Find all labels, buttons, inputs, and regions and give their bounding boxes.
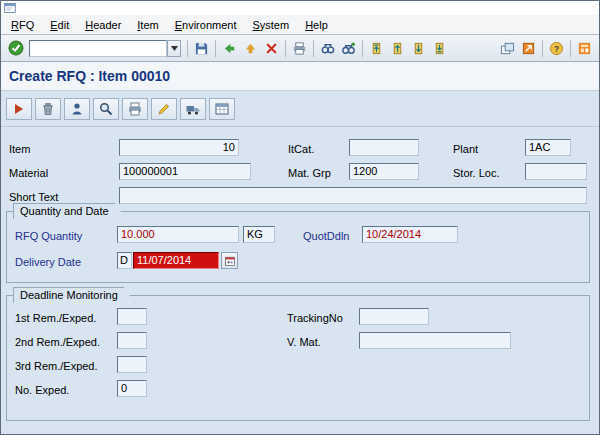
material-label: Material bbox=[9, 165, 48, 182]
enter-button[interactable] bbox=[5, 38, 26, 58]
itcat-label: ItCat. bbox=[288, 141, 314, 158]
magnifier-icon bbox=[98, 101, 114, 117]
command-dropdown-button[interactable] bbox=[167, 40, 181, 57]
print-button[interactable] bbox=[289, 38, 310, 58]
delivery-date-field[interactable]: 11/07/2014 bbox=[133, 252, 219, 269]
table-icon bbox=[214, 101, 230, 117]
mat-grp-label: Mat. Grp bbox=[288, 165, 331, 182]
window-titlebar bbox=[1, 1, 599, 15]
quantity-and-date-group: Quantity and Date RFQ Quantity 10.000 KG… bbox=[6, 211, 590, 283]
menu-item-system[interactable]: System bbox=[244, 17, 297, 33]
toolbar-right-group: ? bbox=[497, 38, 595, 58]
material-field[interactable]: 100000001 bbox=[119, 163, 251, 180]
delete-button[interactable] bbox=[35, 98, 61, 120]
v-mat-field[interactable] bbox=[359, 332, 511, 349]
item-detail-form: Item 10 ItCat. Plant 1AC Material 100000… bbox=[1, 127, 599, 434]
find-button[interactable] bbox=[317, 38, 338, 58]
item-details-button[interactable] bbox=[93, 98, 119, 120]
create-shortcut-button[interactable] bbox=[518, 38, 539, 58]
pencil-icon bbox=[156, 101, 172, 117]
delivery-period-field[interactable]: D bbox=[117, 252, 132, 269]
delivery-schedule-button[interactable] bbox=[180, 98, 206, 120]
tracking-no-label: TrackingNo bbox=[287, 310, 343, 327]
deadline-monitoring-group-title: Deadline Monitoring bbox=[13, 287, 135, 303]
menu-item-edit[interactable]: Edit bbox=[42, 17, 77, 33]
rem1-field[interactable] bbox=[117, 308, 147, 325]
menu-bar: RFQ Edit Header Item Environment System … bbox=[1, 15, 599, 35]
edit-button[interactable] bbox=[151, 98, 177, 120]
sap-window: RFQ Edit Header Item Environment System … bbox=[0, 0, 600, 435]
rfq-quantity-field[interactable]: 10.000 bbox=[117, 226, 239, 243]
rem3-field[interactable] bbox=[117, 356, 147, 373]
person-icon bbox=[69, 101, 85, 117]
rem2-field[interactable] bbox=[117, 332, 147, 349]
page-up-button[interactable] bbox=[387, 38, 408, 58]
menu-item-header[interactable]: Header bbox=[77, 17, 129, 33]
quot-deadline-field[interactable]: 10/24/2014 bbox=[362, 226, 458, 243]
delivery-date-picker-button[interactable] bbox=[221, 252, 238, 269]
page-title: Create RFQ : Item 00010 bbox=[9, 68, 170, 84]
customize-layout-button[interactable] bbox=[574, 38, 595, 58]
rfq-quantity-label: RFQ Quantity bbox=[15, 228, 82, 245]
save-button[interactable] bbox=[191, 38, 212, 58]
back-button[interactable] bbox=[219, 38, 240, 58]
item-label: Item bbox=[9, 141, 30, 158]
no-exped-field[interactable]: 0 bbox=[117, 380, 147, 397]
title-bar: Create RFQ : Item 00010 bbox=[1, 62, 599, 91]
deadline-monitoring-group: Deadline Monitoring 1st Rem./Exped. Trac… bbox=[6, 295, 590, 421]
last-page-button[interactable] bbox=[429, 38, 450, 58]
toolbar-separator bbox=[362, 40, 363, 57]
toolbar-separator bbox=[285, 40, 286, 57]
unit-field[interactable]: KG bbox=[243, 226, 275, 243]
toolbar-separator bbox=[187, 40, 188, 57]
find-next-button[interactable] bbox=[338, 38, 359, 58]
print-preview-button[interactable] bbox=[122, 98, 148, 120]
svg-text:?: ? bbox=[554, 43, 559, 53]
stor-loc-field[interactable] bbox=[525, 163, 587, 180]
toolbar-separator bbox=[570, 40, 571, 57]
application-toolbar bbox=[1, 91, 599, 127]
standard-toolbar: ? bbox=[1, 35, 599, 62]
plant-label: Plant bbox=[453, 141, 478, 158]
address-button[interactable] bbox=[64, 98, 90, 120]
rem3-label: 3rd Rem./Exped. bbox=[15, 358, 98, 375]
item-field[interactable]: 10 bbox=[119, 139, 239, 156]
menu-item-help[interactable]: Help bbox=[297, 17, 336, 33]
v-mat-label: V. Mat. bbox=[287, 334, 321, 351]
menu-item-environment[interactable]: Environment bbox=[167, 17, 245, 33]
help-button[interactable]: ? bbox=[546, 38, 567, 58]
next-item-button[interactable] bbox=[6, 98, 32, 120]
cancel-button[interactable] bbox=[261, 38, 282, 58]
quot-deadline-label: QuotDdln bbox=[303, 228, 349, 245]
truck-icon bbox=[185, 101, 201, 117]
window-icon bbox=[4, 2, 16, 14]
itcat-field[interactable] bbox=[349, 139, 419, 156]
delivery-date-label: Delivery Date bbox=[15, 254, 81, 271]
menu-item-item[interactable]: Item bbox=[129, 17, 166, 33]
mat-grp-field[interactable]: 1200 bbox=[349, 163, 419, 180]
no-exped-label: No. Exped. bbox=[15, 382, 69, 399]
toolbar-separator bbox=[215, 40, 216, 57]
new-session-button[interactable] bbox=[497, 38, 518, 58]
statistics-button[interactable] bbox=[209, 98, 235, 120]
stor-loc-label: Stor. Loc. bbox=[453, 165, 499, 182]
first-page-button[interactable] bbox=[366, 38, 387, 58]
printer-icon bbox=[127, 101, 143, 117]
command-field-box bbox=[29, 40, 181, 57]
tracking-no-field[interactable] bbox=[359, 308, 429, 325]
toolbar-separator bbox=[313, 40, 314, 57]
rem2-label: 2nd Rem./Exped. bbox=[15, 334, 100, 351]
toolbar-separator bbox=[542, 40, 543, 57]
arrow-right-icon bbox=[11, 101, 27, 117]
short-text-field[interactable] bbox=[119, 187, 587, 204]
quantity-and-date-group-title: Quantity and Date bbox=[13, 203, 126, 219]
exit-button[interactable] bbox=[240, 38, 261, 58]
calendar-icon bbox=[224, 255, 236, 267]
plant-field[interactable]: 1AC bbox=[525, 139, 571, 156]
rem1-label: 1st Rem./Exped. bbox=[15, 310, 96, 327]
command-field[interactable] bbox=[29, 40, 167, 57]
trash-icon bbox=[40, 101, 56, 117]
menu-item-rfq[interactable]: RFQ bbox=[3, 17, 42, 33]
page-down-button[interactable] bbox=[408, 38, 429, 58]
